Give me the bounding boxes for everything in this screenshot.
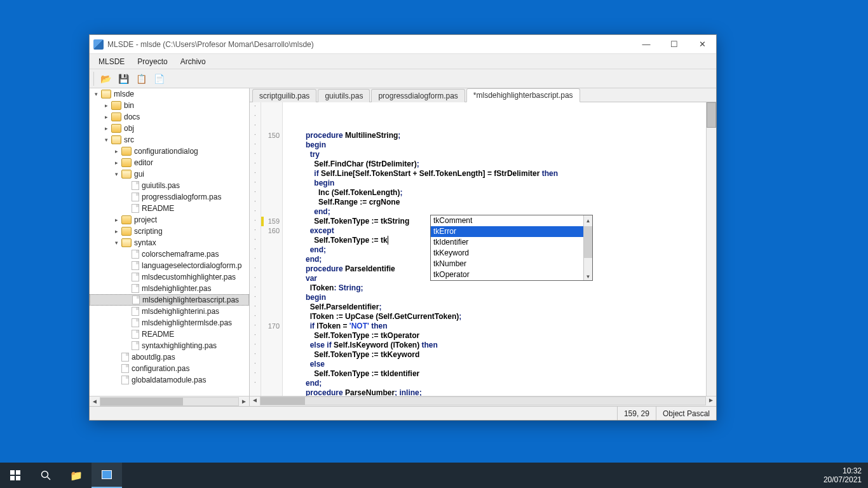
scroll-thumb[interactable] [707,102,716,128]
code-line[interactable]: Self.TokenType := tkIdentifier [287,369,706,379]
code-line[interactable]: begin [287,179,706,188]
code-line[interactable]: else [287,360,706,369]
code-line[interactable]: lToken: String; [287,283,706,293]
fold-marker[interactable]: · [250,102,261,112]
tree-twisty-icon[interactable]: ▸ [112,217,120,223]
fold-marker[interactable]: · [250,379,261,388]
fold-marker[interactable]: · [250,217,261,226]
tree-file[interactable]: progressdialogform.pas [90,191,249,203]
fold-marker[interactable]: · [250,207,261,217]
fold-marker[interactable]: · [250,169,261,179]
tree-file[interactable]: aboutdlg.pas [90,351,249,363]
gutter-line[interactable] [261,207,280,217]
completion-item[interactable]: tkError [431,226,583,237]
scroll-down-icon[interactable]: ▼ [584,271,592,280]
tree-file[interactable]: mlsdehighlighterini.pas [90,306,249,317]
gutter-line[interactable] [261,274,280,283]
gutter-line[interactable] [261,341,280,350]
gutter-line[interactable] [261,331,280,341]
menu-mlsde[interactable]: MLSDE [92,56,131,67]
gutter-line[interactable] [261,350,280,360]
scroll-thumb[interactable] [261,397,305,405]
gutter-line[interactable] [261,121,280,131]
tree-file[interactable]: guiutils.pas [90,180,249,191]
fold-marker[interactable]: · [250,341,261,350]
tree-twisty-icon[interactable]: ▸ [102,125,110,132]
tree-file[interactable]: README [90,203,249,214]
fold-marker[interactable]: · [250,331,261,341]
gutter-line[interactable] [261,264,280,274]
tree-file[interactable]: README [90,329,249,340]
code-line[interactable]: begin [287,140,706,150]
minimize-button[interactable]: — [632,35,660,54]
completion-item[interactable]: tkIdentifier [431,237,583,248]
scroll-up-icon[interactable]: ▲ [584,215,592,224]
tree-file[interactable]: mlsdehighlighter.pas [90,283,249,294]
code-line[interactable]: end; [287,379,706,388]
code-line[interactable]: Self.TokenType := tkKeyword [287,350,706,360]
tree-folder[interactable]: ▸scripting [90,226,249,237]
fold-marker[interactable]: · [250,274,261,283]
gutter-line[interactable]: 170 [261,322,280,331]
fold-marker[interactable]: · [250,350,261,360]
menu-proyecto[interactable]: Proyecto [131,56,173,67]
sidebar-horizontal-scrollbar[interactable]: ◄ ► [90,396,249,406]
code-line[interactable]: Self.TokenType := tkOperator [287,331,706,341]
scroll-track[interactable] [260,396,706,405]
completion-item[interactable]: tkKeyword [431,248,583,259]
code-line[interactable]: procedure MultilineString; [287,131,706,140]
editor-vertical-scrollbar[interactable] [706,102,716,396]
scroll-left-icon[interactable]: ◄ [250,396,260,406]
code-line[interactable]: lToken := UpCase (Self.GetCurrentToken); [287,312,706,322]
gutter-line[interactable] [261,236,280,245]
gutter-line[interactable]: 160 [261,226,280,236]
code-line[interactable]: if Self.Line[Self.TokenStart + Self.Toke… [287,169,706,179]
code-completion-popup[interactable]: tkCommenttkErrortkIdentifiertkKeywordtkN… [430,215,593,281]
tree-file[interactable]: mlsdecustomhighlighter.pas [90,271,249,283]
tree-twisty-icon[interactable]: ▾ [112,240,120,246]
code-editor[interactable]: procedure MultilineString;begin try Self… [283,102,706,396]
tree-folder[interactable]: ▸configurationdialog [90,146,249,157]
gutter-line[interactable] [261,112,280,121]
tree-twisty-icon[interactable]: ▾ [112,171,120,177]
tree-folder[interactable]: ▸editor [90,157,249,168]
gutter-line[interactable] [261,293,280,302]
start-button[interactable] [0,463,31,488]
fold-marker[interactable]: · [250,179,261,188]
gutter-line[interactable] [261,198,280,207]
taskbar-explorer-button[interactable]: 📁 [61,463,92,488]
fold-marker[interactable]: · [250,245,261,255]
fold-marker[interactable]: · [250,198,261,207]
completion-list[interactable]: tkCommenttkErrortkIdentifiertkKeywordtkN… [431,215,583,280]
tree-folder[interactable]: ▾gui [90,168,249,180]
code-line[interactable]: Inc (Self.TokenLength); [287,188,706,198]
tree-twisty-icon[interactable]: ▸ [102,102,110,109]
fold-marker[interactable]: · [250,293,261,302]
completion-item[interactable]: tkNumber [431,259,583,269]
tree-twisty-icon[interactable]: ▸ [112,159,120,166]
code-line[interactable]: else if Self.IsKeyword (lToken) then [287,341,706,350]
fold-marker[interactable]: · [250,236,261,245]
tree-file[interactable]: configuration.pas [90,363,249,374]
copy-icon[interactable]: 📋 [133,71,149,86]
tree-folder[interactable]: ▸obj [90,123,249,134]
tree-file[interactable]: colorschemaframe.pas [90,248,249,260]
code-line[interactable]: if lToken = 'NOT' then [287,322,706,331]
tree-file[interactable]: syntaxhighlighting.pas [90,340,249,351]
tree-file[interactable]: globaldatamodule.pas [90,374,249,386]
fold-marker[interactable]: · [250,159,261,169]
gutter-line[interactable] [261,159,280,169]
gutter-line[interactable] [261,245,280,255]
gutter-line[interactable] [261,369,280,379]
maximize-button[interactable]: ☐ [660,35,688,54]
menu-archivo[interactable]: Archivo [174,56,212,67]
fold-marker[interactable]: · [250,112,261,121]
tree-folder[interactable]: ▸bin [90,100,249,111]
taskbar-app-button[interactable] [92,463,122,488]
tree-twisty-icon[interactable]: ▾ [92,91,100,97]
editor-tab[interactable]: progressdialogform.pas [371,89,465,102]
fold-marker[interactable]: · [250,264,261,274]
code-line[interactable]: Self.Range := crgNone [287,198,706,207]
fold-marker[interactable]: · [250,140,261,150]
editor-tab[interactable]: guiutils.pas [318,89,370,102]
